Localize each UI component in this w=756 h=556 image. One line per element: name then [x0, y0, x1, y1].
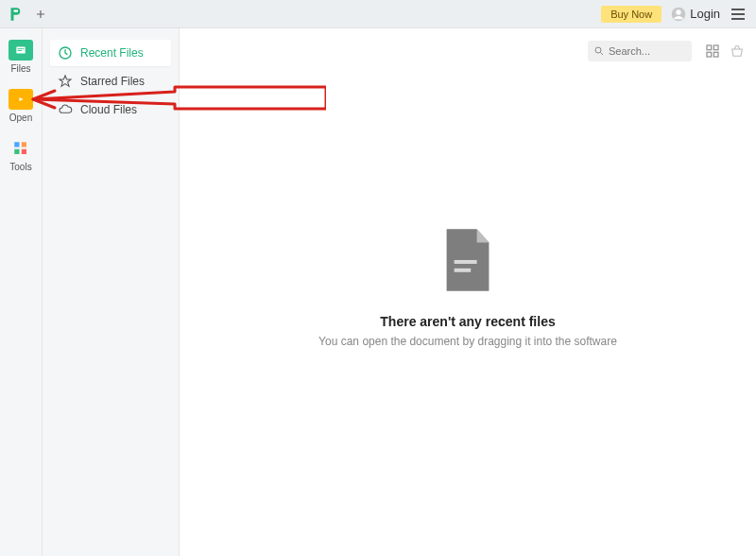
svg-rect-17 — [455, 268, 472, 271]
grid-view-icon[interactable] — [705, 43, 720, 59]
user-icon — [671, 7, 686, 22]
side-item-label: Starred Files — [80, 75, 145, 88]
search-input[interactable] — [609, 45, 684, 57]
svg-rect-16 — [455, 260, 477, 264]
files-icon — [9, 40, 33, 61]
search-icon — [593, 45, 605, 57]
open-folder-icon — [9, 89, 33, 110]
svg-rect-9 — [22, 149, 26, 154]
svg-point-2 — [677, 9, 681, 14]
empty-title: There aren't any recent files — [380, 314, 555, 329]
svg-rect-4 — [18, 48, 25, 49]
nav-tools-label: Tools — [9, 162, 31, 172]
svg-rect-0 — [14, 9, 19, 11]
svg-point-11 — [595, 47, 601, 53]
login-button[interactable]: Login — [671, 7, 720, 22]
left-nav: Files Open Tools — [0, 28, 43, 556]
search-box[interactable] — [588, 41, 692, 61]
star-icon — [58, 74, 73, 89]
svg-rect-6 — [14, 142, 19, 147]
buy-now-button[interactable]: Buy Now — [601, 6, 662, 23]
svg-rect-14 — [707, 52, 712, 57]
nav-open-label: Open — [9, 113, 32, 123]
side-item-label: Recent Files — [80, 46, 144, 60]
top-bar: Buy Now Login — [0, 0, 756, 28]
main-area: There aren't any recent files You can op… — [180, 28, 756, 556]
svg-rect-15 — [713, 52, 718, 57]
svg-rect-13 — [713, 45, 718, 50]
side-starred-files[interactable]: Starred Files — [50, 68, 171, 95]
side-item-label: Cloud Files — [80, 103, 137, 116]
nav-tools[interactable]: Tools — [0, 138, 43, 172]
tools-icon — [9, 138, 33, 159]
empty-subtitle: You can open the document by dragging it… — [318, 335, 617, 348]
nav-open[interactable]: Open — [0, 89, 43, 123]
nav-files-label: Files — [10, 63, 30, 74]
menu-button[interactable] — [730, 6, 747, 23]
main-toolbar — [180, 28, 756, 74]
clock-icon — [58, 45, 73, 61]
login-label: Login — [690, 7, 720, 21]
side-panel: Recent Files Starred Files Cloud Files — [43, 28, 180, 556]
empty-state: There aren't any recent files You can op… — [180, 74, 756, 556]
app-logo — [6, 5, 25, 24]
new-tab-button[interactable] — [30, 4, 51, 25]
svg-rect-7 — [22, 142, 26, 147]
document-icon — [438, 226, 498, 297]
cloud-icon — [58, 102, 73, 117]
svg-rect-8 — [14, 149, 19, 154]
svg-rect-12 — [707, 45, 712, 50]
side-cloud-files[interactable]: Cloud Files — [50, 96, 171, 123]
side-recent-files[interactable]: Recent Files — [50, 40, 171, 66]
svg-rect-5 — [18, 50, 23, 51]
nav-files[interactable]: Files — [0, 40, 43, 74]
basket-icon[interactable] — [730, 43, 745, 59]
